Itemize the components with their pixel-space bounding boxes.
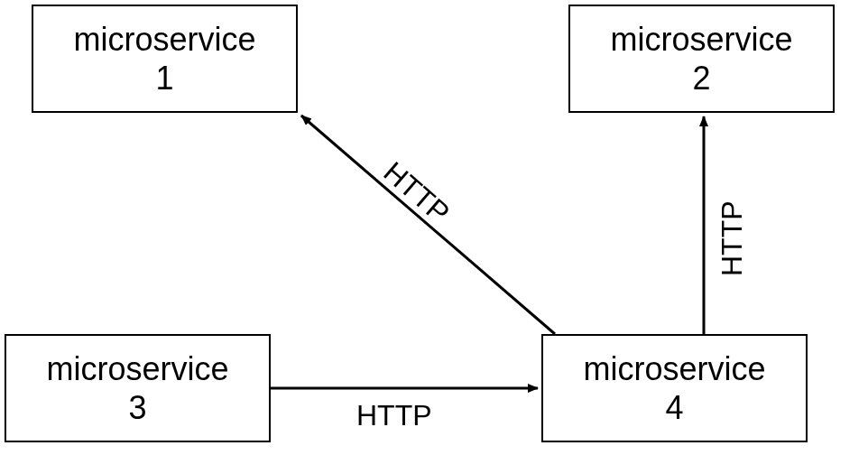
edge-label-4-to-1: HTTP bbox=[377, 155, 456, 230]
node-label-bottom: 4 bbox=[665, 388, 683, 427]
node-label-top: microservice bbox=[583, 349, 765, 388]
node-microservice-3: microservice 3 bbox=[5, 334, 271, 442]
node-microservice-4: microservice 4 bbox=[541, 334, 808, 442]
node-microservice-1: microservice 1 bbox=[32, 5, 298, 113]
node-label-top: microservice bbox=[46, 349, 228, 388]
node-microservice-2: microservice 2 bbox=[568, 5, 835, 113]
edge-label-4-to-2: HTTP bbox=[716, 200, 749, 276]
node-label-bottom: 2 bbox=[692, 59, 710, 98]
node-label-top: microservice bbox=[73, 20, 255, 59]
node-label-top: microservice bbox=[610, 20, 792, 59]
node-label-bottom: 3 bbox=[128, 388, 146, 427]
node-label-bottom: 1 bbox=[155, 59, 173, 98]
edge-label-3-to-4: HTTP bbox=[356, 399, 432, 432]
